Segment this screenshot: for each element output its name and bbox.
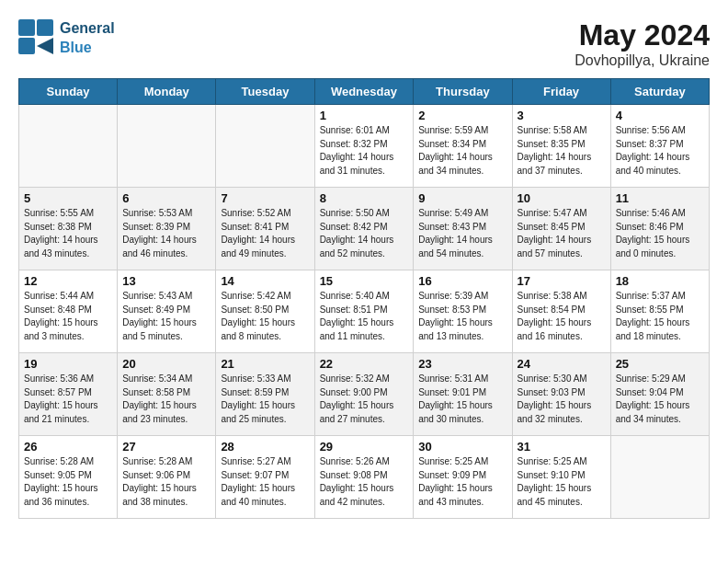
calendar-cell (118, 105, 216, 188)
calendar-cell: 8Sunrise: 5:50 AM Sunset: 8:42 PM Daylig… (314, 188, 414, 270)
weekday-header-friday: Friday (512, 79, 610, 105)
calendar-cell: 19Sunrise: 5:36 AM Sunset: 8:57 PM Dayli… (19, 353, 118, 436)
day-info: Sunrise: 5:25 AM Sunset: 9:09 PM Dayligh… (418, 455, 506, 509)
calendar-cell: 26Sunrise: 5:28 AM Sunset: 9:05 PM Dayli… (19, 436, 118, 519)
day-info: Sunrise: 5:40 AM Sunset: 8:51 PM Dayligh… (320, 290, 409, 343)
day-number: 4 (616, 109, 704, 122)
calendar-cell: 27Sunrise: 5:28 AM Sunset: 9:06 PM Dayli… (118, 436, 216, 519)
logo-general: General (60, 20, 115, 36)
calendar-cell: 14Sunrise: 5:42 AM Sunset: 8:50 PM Dayli… (216, 270, 314, 353)
svg-rect-1 (37, 19, 53, 36)
day-number: 30 (418, 440, 506, 454)
day-number: 15 (320, 274, 409, 288)
day-info: Sunrise: 5:53 AM Sunset: 8:39 PM Dayligh… (122, 207, 210, 260)
day-info: Sunrise: 5:29 AM Sunset: 9:04 PM Dayligh… (616, 373, 704, 426)
day-info: Sunrise: 5:52 AM Sunset: 8:41 PM Dayligh… (221, 207, 309, 260)
page-header: General Blue May 2024 Dovhopillya, Ukrai… (18, 18, 710, 69)
weekday-header-tuesday: Tuesday (216, 79, 314, 105)
day-info: Sunrise: 5:46 AM Sunset: 8:46 PM Dayligh… (616, 207, 704, 260)
calendar-cell: 10Sunrise: 5:47 AM Sunset: 8:45 PM Dayli… (512, 188, 610, 270)
day-number: 9 (418, 191, 506, 205)
day-number: 17 (518, 274, 606, 288)
day-info: Sunrise: 5:30 AM Sunset: 9:03 PM Dayligh… (518, 373, 606, 426)
day-number: 3 (518, 109, 606, 122)
calendar-week-2: 5Sunrise: 5:55 AM Sunset: 8:38 PM Daylig… (19, 188, 710, 270)
day-number: 5 (24, 191, 112, 205)
day-info: Sunrise: 5:56 AM Sunset: 8:37 PM Dayligh… (616, 124, 704, 178)
day-info: Sunrise: 5:37 AM Sunset: 8:55 PM Dayligh… (616, 290, 704, 343)
logo-blue: Blue (60, 40, 92, 55)
svg-rect-0 (18, 19, 35, 36)
weekday-header-monday: Monday (118, 79, 216, 105)
calendar-cell: 7Sunrise: 5:52 AM Sunset: 8:41 PM Daylig… (216, 188, 314, 270)
day-number: 14 (221, 274, 309, 288)
day-info: Sunrise: 5:43 AM Sunset: 8:49 PM Dayligh… (122, 290, 210, 343)
calendar-week-4: 19Sunrise: 5:36 AM Sunset: 8:57 PM Dayli… (19, 353, 710, 436)
title-block: May 2024 Dovhopillya, Ukraine (574, 18, 710, 69)
day-info: Sunrise: 5:58 AM Sunset: 8:35 PM Dayligh… (518, 124, 606, 178)
day-number: 11 (616, 191, 704, 205)
day-info: Sunrise: 5:34 AM Sunset: 8:58 PM Dayligh… (122, 373, 210, 426)
day-info: Sunrise: 5:42 AM Sunset: 8:50 PM Dayligh… (221, 290, 309, 343)
day-info: Sunrise: 5:38 AM Sunset: 8:54 PM Dayligh… (518, 290, 606, 343)
day-info: Sunrise: 5:59 AM Sunset: 8:34 PM Dayligh… (418, 124, 506, 178)
day-number: 18 (616, 274, 704, 288)
calendar-cell: 1Sunrise: 6:01 AM Sunset: 8:32 PM Daylig… (314, 105, 414, 188)
logo: General Blue (18, 18, 115, 57)
calendar-cell: 11Sunrise: 5:46 AM Sunset: 8:46 PM Dayli… (610, 188, 709, 270)
day-number: 7 (221, 191, 309, 205)
calendar-cell: 6Sunrise: 5:53 AM Sunset: 8:39 PM Daylig… (118, 188, 216, 270)
weekday-header-wednesday: Wednesday (314, 79, 414, 105)
day-info: Sunrise: 5:47 AM Sunset: 8:45 PM Dayligh… (518, 207, 606, 260)
day-info: Sunrise: 5:36 AM Sunset: 8:57 PM Dayligh… (24, 373, 112, 426)
calendar-cell: 13Sunrise: 5:43 AM Sunset: 8:49 PM Dayli… (118, 270, 216, 353)
calendar-cell: 20Sunrise: 5:34 AM Sunset: 8:58 PM Dayli… (118, 353, 216, 436)
day-info: Sunrise: 5:50 AM Sunset: 8:42 PM Dayligh… (320, 207, 409, 260)
day-number: 31 (518, 440, 606, 454)
day-info: Sunrise: 5:26 AM Sunset: 9:08 PM Dayligh… (320, 455, 409, 509)
day-info: Sunrise: 5:33 AM Sunset: 8:59 PM Dayligh… (221, 373, 309, 426)
day-number: 22 (320, 357, 409, 371)
month-year-title: May 2024 (574, 18, 710, 52)
location-title: Dovhopillya, Ukraine (574, 52, 710, 69)
weekday-header-sunday: Sunday (19, 79, 118, 105)
day-info: Sunrise: 5:55 AM Sunset: 8:38 PM Dayligh… (24, 207, 112, 260)
calendar-cell: 30Sunrise: 5:25 AM Sunset: 9:09 PM Dayli… (414, 436, 512, 519)
calendar-cell: 22Sunrise: 5:32 AM Sunset: 9:00 PM Dayli… (314, 353, 414, 436)
day-info: Sunrise: 5:25 AM Sunset: 9:10 PM Dayligh… (518, 455, 606, 509)
calendar-cell: 16Sunrise: 5:39 AM Sunset: 8:53 PM Dayli… (414, 270, 512, 353)
calendar-cell: 4Sunrise: 5:56 AM Sunset: 8:37 PM Daylig… (610, 105, 709, 188)
day-info: Sunrise: 5:49 AM Sunset: 8:43 PM Dayligh… (418, 207, 506, 260)
day-number: 12 (24, 274, 112, 288)
calendar-week-5: 26Sunrise: 5:28 AM Sunset: 9:05 PM Dayli… (19, 436, 710, 519)
day-number: 13 (122, 274, 210, 288)
day-info: Sunrise: 5:39 AM Sunset: 8:53 PM Dayligh… (418, 290, 506, 343)
calendar-cell: 28Sunrise: 5:27 AM Sunset: 9:07 PM Dayli… (216, 436, 314, 519)
calendar-cell (216, 105, 314, 188)
day-number: 16 (418, 274, 506, 288)
day-number: 25 (616, 357, 704, 371)
calendar-cell: 15Sunrise: 5:40 AM Sunset: 8:51 PM Dayli… (314, 270, 414, 353)
day-info: Sunrise: 5:28 AM Sunset: 9:05 PM Dayligh… (24, 455, 112, 509)
day-number: 20 (122, 357, 210, 371)
day-info: Sunrise: 6:01 AM Sunset: 8:32 PM Dayligh… (320, 124, 409, 178)
calendar-cell: 5Sunrise: 5:55 AM Sunset: 8:38 PM Daylig… (19, 188, 118, 270)
day-number: 8 (320, 191, 409, 205)
calendar-cell: 12Sunrise: 5:44 AM Sunset: 8:48 PM Dayli… (19, 270, 118, 353)
day-number: 10 (518, 191, 606, 205)
day-info: Sunrise: 5:28 AM Sunset: 9:06 PM Dayligh… (122, 455, 210, 509)
calendar-table: SundayMondayTuesdayWednesdayThursdayFrid… (18, 78, 710, 519)
calendar-cell: 23Sunrise: 5:31 AM Sunset: 9:01 PM Dayli… (414, 353, 512, 436)
svg-marker-3 (37, 38, 53, 54)
day-number: 27 (122, 440, 210, 454)
calendar-cell (19, 105, 118, 188)
calendar-cell: 18Sunrise: 5:37 AM Sunset: 8:55 PM Dayli… (610, 270, 709, 353)
weekday-header-thursday: Thursday (414, 79, 512, 105)
day-info: Sunrise: 5:32 AM Sunset: 9:00 PM Dayligh… (320, 373, 409, 426)
day-number: 19 (24, 357, 112, 371)
svg-rect-2 (18, 38, 35, 54)
calendar-cell: 25Sunrise: 5:29 AM Sunset: 9:04 PM Dayli… (610, 353, 709, 436)
calendar-week-1: 1Sunrise: 6:01 AM Sunset: 8:32 PM Daylig… (19, 105, 710, 188)
calendar-cell: 17Sunrise: 5:38 AM Sunset: 8:54 PM Dayli… (512, 270, 610, 353)
weekday-header-saturday: Saturday (610, 79, 709, 105)
